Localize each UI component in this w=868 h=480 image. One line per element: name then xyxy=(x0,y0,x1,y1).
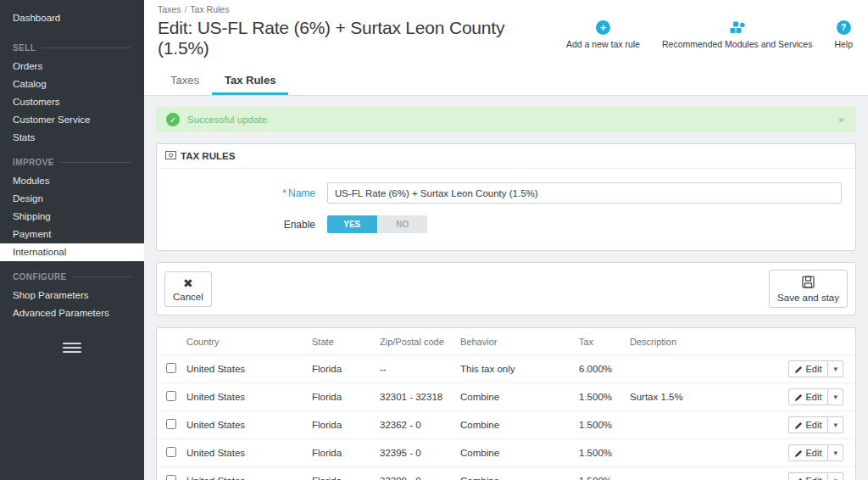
cell-description xyxy=(625,439,777,467)
sidebar-item-shipping[interactable]: Shipping xyxy=(0,208,144,226)
edit-button-label: Edit xyxy=(806,476,822,480)
sidebar-item-catalog[interactable]: Catalog xyxy=(0,75,144,93)
sidebar-item-orders[interactable]: Orders xyxy=(0,58,144,75)
name-form-row: *Name xyxy=(170,176,842,209)
col-tax: Tax xyxy=(574,328,625,355)
tab-bar: Taxes Tax Rules xyxy=(158,66,854,95)
tax-rules-table-panel: Country State Zip/Postal code Behavior T… xyxy=(156,327,856,480)
cell-zip: -- xyxy=(375,355,455,383)
name-input[interactable] xyxy=(327,182,842,204)
edit-dropdown-toggle[interactable]: ▾ xyxy=(828,360,843,377)
alert-close-icon[interactable]: × xyxy=(836,114,846,126)
menu-collapse-icon[interactable] xyxy=(63,343,81,353)
row-checkbox[interactable] xyxy=(166,391,176,401)
required-asterisk: * xyxy=(282,187,287,199)
edit-button[interactable]: Edit xyxy=(788,388,829,405)
col-zip: Zip/Postal code xyxy=(375,328,455,355)
breadcrumb-separator: / xyxy=(184,4,186,14)
cell-behavior: Combine xyxy=(455,439,574,467)
sidebar-item-design[interactable]: Design xyxy=(0,190,144,208)
edit-button[interactable]: Edit xyxy=(788,360,829,377)
question-icon: ? xyxy=(837,20,851,35)
tax-rules-table: Country State Zip/Postal code Behavior T… xyxy=(157,328,855,480)
pencil-icon xyxy=(795,421,803,429)
breadcrumb: Taxes/Tax Rules xyxy=(158,4,854,14)
recommended-modules-button[interactable]: Recommended Modules and Services xyxy=(662,20,812,49)
page-title: Edit: US-FL Rate (6%) + Surtax Leon Coun… xyxy=(158,18,556,59)
sidebar-item-customer-service[interactable]: Customer Service xyxy=(0,111,144,129)
table-row: United States Florida 32362 - 0 Combine … xyxy=(157,411,855,439)
sidebar-item-international[interactable]: International xyxy=(0,243,144,261)
tax-rules-panel: TAX RULES *Name Enable YES NO xyxy=(156,143,856,251)
col-actions xyxy=(777,328,855,355)
sidebar: Dashboard SELL Orders Catalog Customers … xyxy=(0,0,144,480)
toggle-no[interactable]: NO xyxy=(377,215,428,233)
cell-zip: 32395 - 0 xyxy=(375,439,455,467)
table-row: United States Florida 32395 - 0 Combine … xyxy=(157,439,855,467)
col-country: Country xyxy=(181,328,307,355)
select-all-column xyxy=(157,328,181,355)
cell-country: United States xyxy=(181,467,307,480)
edit-button[interactable]: Edit xyxy=(788,416,829,433)
pencil-icon xyxy=(795,449,803,457)
breadcrumb-taxes[interactable]: Taxes xyxy=(158,4,181,14)
edit-button[interactable]: Edit xyxy=(788,472,829,480)
breadcrumb-tax-rules: Tax Rules xyxy=(190,4,229,14)
col-description: Description xyxy=(625,328,777,355)
cell-tax: 1.500% xyxy=(574,411,625,439)
modules-icon xyxy=(730,20,745,35)
cancel-button[interactable]: ✖ Cancel xyxy=(164,271,212,307)
cell-state: Florida xyxy=(307,411,375,439)
plus-icon: + xyxy=(596,20,610,35)
edit-dropdown-toggle[interactable]: ▾ xyxy=(828,388,843,405)
edit-button-label: Edit xyxy=(806,392,822,402)
sidebar-item-stats[interactable]: Stats xyxy=(0,129,144,147)
sidebar-item-advanced-parameters[interactable]: Advanced Parameters xyxy=(0,304,144,322)
edit-dropdown-toggle[interactable]: ▾ xyxy=(828,444,843,461)
col-behavior: Behavior xyxy=(455,328,574,355)
pencil-icon xyxy=(795,477,803,480)
row-checkbox[interactable] xyxy=(166,475,176,480)
add-tax-rule-button[interactable]: + Add a new tax rule xyxy=(566,20,640,49)
toggle-yes[interactable]: YES xyxy=(327,215,377,233)
save-and-stay-button[interactable]: Save and stay xyxy=(769,270,848,308)
edit-button[interactable]: Edit xyxy=(788,444,829,461)
sidebar-section-improve-title: IMPROVE xyxy=(13,158,54,167)
cell-state: Florida xyxy=(307,355,375,383)
cell-country: United States xyxy=(181,411,307,439)
row-checkbox[interactable] xyxy=(166,447,176,457)
sidebar-item-shop-parameters[interactable]: Shop Parameters xyxy=(0,287,144,304)
help-label: Help xyxy=(834,39,853,49)
edit-dropdown-toggle[interactable]: ▾ xyxy=(828,472,843,480)
cell-tax: 1.500% xyxy=(574,383,625,411)
cancel-x-icon: ✖ xyxy=(183,277,193,289)
panel-title: TAX RULES xyxy=(181,151,235,161)
sidebar-item-customers[interactable]: Customers xyxy=(0,93,144,111)
table-header-row: Country State Zip/Postal code Behavior T… xyxy=(157,328,855,355)
tab-tax-rules[interactable]: Tax Rules xyxy=(212,66,288,95)
sidebar-section-sell: SELL xyxy=(13,43,131,53)
help-button[interactable]: ? Help xyxy=(834,20,853,49)
alert-message: Successful update. xyxy=(187,114,828,125)
save-icon xyxy=(802,276,815,290)
recommended-modules-label: Recommended Modules and Services xyxy=(662,39,812,49)
cell-behavior: This tax only xyxy=(455,355,574,383)
sidebar-item-payment[interactable]: Payment xyxy=(0,226,144,243)
check-icon: ✓ xyxy=(166,113,180,126)
row-checkbox[interactable] xyxy=(166,419,176,429)
pencil-icon xyxy=(795,366,803,373)
money-icon xyxy=(165,151,176,161)
cell-country: United States xyxy=(181,383,307,411)
table-row: United States Florida 32399 - 0 Combine … xyxy=(157,467,855,480)
tab-taxes[interactable]: Taxes xyxy=(158,66,212,95)
sidebar-item-dashboard[interactable]: Dashboard xyxy=(0,5,144,32)
enable-toggle[interactable]: YES NO xyxy=(327,215,427,233)
edit-dropdown-toggle[interactable]: ▾ xyxy=(828,416,843,433)
enable-label: Enable xyxy=(170,219,327,231)
sidebar-section-configure: CONFIGURE xyxy=(13,272,131,282)
cell-tax: 6.000% xyxy=(574,355,625,383)
form-footer: ✖ Cancel Save and stay xyxy=(156,262,856,315)
page-header: Taxes/Tax Rules Edit: US-FL Rate (6%) + … xyxy=(144,0,868,96)
row-checkbox[interactable] xyxy=(166,363,176,373)
sidebar-item-modules[interactable]: Modules xyxy=(0,172,144,190)
